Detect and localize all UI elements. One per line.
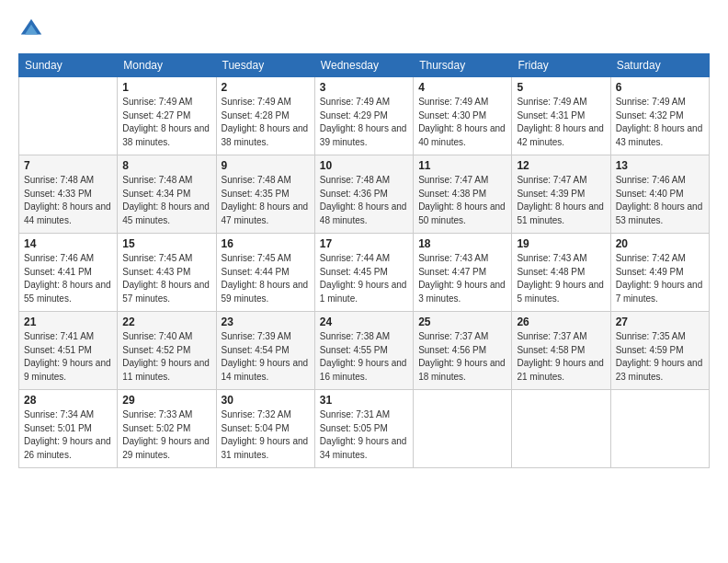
week-row-1: 1Sunrise: 7:49 AMSunset: 4:27 PMDaylight… bbox=[19, 77, 710, 155]
weekday-header-sunday: Sunday bbox=[19, 54, 118, 77]
day-info: Sunrise: 7:35 AMSunset: 4:59 PMDaylight:… bbox=[616, 330, 704, 384]
day-info: Sunrise: 7:43 AMSunset: 4:47 PMDaylight:… bbox=[418, 252, 506, 305]
day-info: Sunrise: 7:49 AMSunset: 4:27 PMDaylight:… bbox=[122, 96, 210, 149]
day-number: 13 bbox=[616, 159, 704, 172]
weekday-header-row: SundayMondayTuesdayWednesdayThursdayFrid… bbox=[19, 54, 710, 77]
day-info: Sunrise: 7:43 AMSunset: 4:48 PMDaylight:… bbox=[517, 252, 605, 305]
day-number: 25 bbox=[418, 316, 506, 328]
day-info: Sunrise: 7:49 AMSunset: 4:31 PMDaylight:… bbox=[517, 96, 605, 149]
day-number: 21 bbox=[24, 316, 112, 328]
day-info: Sunrise: 7:38 AMSunset: 4:55 PMDaylight:… bbox=[320, 330, 408, 384]
day-number: 6 bbox=[616, 81, 704, 94]
day-info: Sunrise: 7:41 AMSunset: 4:51 PMDaylight:… bbox=[24, 330, 112, 384]
day-number: 30 bbox=[222, 394, 310, 407]
day-number: 26 bbox=[517, 316, 605, 328]
day-info: Sunrise: 7:48 AMSunset: 4:33 PMDaylight:… bbox=[24, 174, 112, 227]
logo bbox=[18, 17, 48, 42]
day-number: 1 bbox=[122, 81, 210, 94]
day-number: 14 bbox=[24, 237, 112, 250]
day-cell-14: 14Sunrise: 7:46 AMSunset: 4:41 PMDayligh… bbox=[19, 234, 118, 312]
day-cell-3: 3Sunrise: 7:49 AMSunset: 4:29 PMDaylight… bbox=[314, 77, 413, 155]
day-info: Sunrise: 7:42 AMSunset: 4:49 PMDaylight:… bbox=[616, 252, 704, 305]
day-number: 29 bbox=[122, 394, 210, 407]
day-number: 15 bbox=[122, 237, 210, 250]
day-info: Sunrise: 7:49 AMSunset: 4:29 PMDaylight:… bbox=[320, 96, 408, 149]
day-info: Sunrise: 7:49 AMSunset: 4:30 PMDaylight:… bbox=[418, 96, 506, 149]
day-number: 8 bbox=[122, 159, 210, 172]
day-cell-26: 26Sunrise: 7:37 AMSunset: 4:58 PMDayligh… bbox=[512, 312, 610, 390]
day-number: 11 bbox=[418, 159, 506, 172]
day-number: 20 bbox=[616, 237, 704, 250]
day-cell-18: 18Sunrise: 7:43 AMSunset: 4:47 PMDayligh… bbox=[414, 234, 512, 312]
day-info: Sunrise: 7:46 AMSunset: 4:40 PMDaylight:… bbox=[616, 174, 704, 227]
weekday-header-monday: Monday bbox=[118, 54, 216, 77]
day-info: Sunrise: 7:49 AMSunset: 4:32 PMDaylight:… bbox=[616, 96, 704, 149]
page-container: SundayMondayTuesdayWednesdayThursdayFrid… bbox=[0, 0, 728, 477]
day-number: 3 bbox=[320, 81, 408, 94]
day-info: Sunrise: 7:32 AMSunset: 5:04 PMDaylight:… bbox=[222, 408, 310, 462]
day-number: 27 bbox=[616, 316, 704, 328]
day-number: 9 bbox=[222, 159, 310, 172]
header bbox=[18, 17, 710, 42]
day-cell-empty bbox=[19, 77, 118, 155]
day-number: 12 bbox=[517, 159, 605, 172]
calendar-table: SundayMondayTuesdayWednesdayThursdayFrid… bbox=[18, 53, 710, 468]
day-info: Sunrise: 7:49 AMSunset: 4:28 PMDaylight:… bbox=[222, 96, 310, 149]
day-cell-27: 27Sunrise: 7:35 AMSunset: 4:59 PMDayligh… bbox=[610, 312, 709, 390]
week-row-5: 28Sunrise: 7:34 AMSunset: 5:01 PMDayligh… bbox=[19, 390, 710, 468]
day-number: 19 bbox=[517, 237, 605, 250]
day-info: Sunrise: 7:46 AMSunset: 4:41 PMDaylight:… bbox=[24, 252, 112, 305]
day-info: Sunrise: 7:37 AMSunset: 4:56 PMDaylight:… bbox=[418, 330, 506, 384]
day-info: Sunrise: 7:33 AMSunset: 5:02 PMDaylight:… bbox=[122, 408, 210, 462]
day-cell-empty bbox=[610, 390, 709, 468]
day-cell-empty bbox=[512, 390, 610, 468]
day-info: Sunrise: 7:37 AMSunset: 4:58 PMDaylight:… bbox=[517, 330, 605, 384]
day-cell-29: 29Sunrise: 7:33 AMSunset: 5:02 PMDayligh… bbox=[118, 390, 216, 468]
weekday-header-saturday: Saturday bbox=[610, 54, 709, 77]
day-cell-28: 28Sunrise: 7:34 AMSunset: 5:01 PMDayligh… bbox=[19, 390, 118, 468]
day-cell-31: 31Sunrise: 7:31 AMSunset: 5:05 PMDayligh… bbox=[314, 390, 413, 468]
day-cell-10: 10Sunrise: 7:48 AMSunset: 4:36 PMDayligh… bbox=[314, 155, 413, 234]
day-cell-19: 19Sunrise: 7:43 AMSunset: 4:48 PMDayligh… bbox=[512, 234, 610, 312]
day-number: 28 bbox=[24, 394, 112, 407]
day-cell-5: 5Sunrise: 7:49 AMSunset: 4:31 PMDaylight… bbox=[512, 77, 610, 155]
day-number: 24 bbox=[320, 316, 408, 328]
week-row-4: 21Sunrise: 7:41 AMSunset: 4:51 PMDayligh… bbox=[19, 312, 710, 390]
day-info: Sunrise: 7:31 AMSunset: 5:05 PMDaylight:… bbox=[320, 408, 408, 462]
day-number: 2 bbox=[222, 81, 310, 94]
day-cell-12: 12Sunrise: 7:47 AMSunset: 4:39 PMDayligh… bbox=[512, 155, 610, 234]
day-cell-30: 30Sunrise: 7:32 AMSunset: 5:04 PMDayligh… bbox=[216, 390, 314, 468]
day-cell-8: 8Sunrise: 7:48 AMSunset: 4:34 PMDaylight… bbox=[118, 155, 216, 234]
day-cell-16: 16Sunrise: 7:45 AMSunset: 4:44 PMDayligh… bbox=[216, 234, 314, 312]
day-cell-24: 24Sunrise: 7:38 AMSunset: 4:55 PMDayligh… bbox=[314, 312, 413, 390]
day-info: Sunrise: 7:48 AMSunset: 4:35 PMDaylight:… bbox=[222, 174, 310, 227]
day-number: 17 bbox=[320, 237, 408, 250]
day-cell-17: 17Sunrise: 7:44 AMSunset: 4:45 PMDayligh… bbox=[314, 234, 413, 312]
day-cell-15: 15Sunrise: 7:45 AMSunset: 4:43 PMDayligh… bbox=[118, 234, 216, 312]
day-info: Sunrise: 7:45 AMSunset: 4:44 PMDaylight:… bbox=[222, 252, 310, 305]
day-info: Sunrise: 7:48 AMSunset: 4:34 PMDaylight:… bbox=[122, 174, 210, 227]
day-cell-7: 7Sunrise: 7:48 AMSunset: 4:33 PMDaylight… bbox=[19, 155, 118, 234]
day-info: Sunrise: 7:45 AMSunset: 4:43 PMDaylight:… bbox=[122, 252, 210, 305]
day-cell-21: 21Sunrise: 7:41 AMSunset: 4:51 PMDayligh… bbox=[19, 312, 118, 390]
day-info: Sunrise: 7:44 AMSunset: 4:45 PMDaylight:… bbox=[320, 252, 408, 305]
day-cell-9: 9Sunrise: 7:48 AMSunset: 4:35 PMDaylight… bbox=[216, 155, 314, 234]
day-info: Sunrise: 7:40 AMSunset: 4:52 PMDaylight:… bbox=[122, 330, 210, 384]
day-cell-1: 1Sunrise: 7:49 AMSunset: 4:27 PMDaylight… bbox=[118, 77, 216, 155]
day-cell-2: 2Sunrise: 7:49 AMSunset: 4:28 PMDaylight… bbox=[216, 77, 314, 155]
day-cell-13: 13Sunrise: 7:46 AMSunset: 4:40 PMDayligh… bbox=[610, 155, 709, 234]
week-row-3: 14Sunrise: 7:46 AMSunset: 4:41 PMDayligh… bbox=[19, 234, 710, 312]
day-number: 16 bbox=[222, 237, 310, 250]
day-number: 31 bbox=[320, 394, 408, 407]
logo-icon bbox=[18, 17, 44, 42]
day-cell-11: 11Sunrise: 7:47 AMSunset: 4:38 PMDayligh… bbox=[414, 155, 512, 234]
day-number: 23 bbox=[222, 316, 310, 328]
day-cell-4: 4Sunrise: 7:49 AMSunset: 4:30 PMDaylight… bbox=[414, 77, 512, 155]
day-cell-20: 20Sunrise: 7:42 AMSunset: 4:49 PMDayligh… bbox=[610, 234, 709, 312]
day-cell-6: 6Sunrise: 7:49 AMSunset: 4:32 PMDaylight… bbox=[610, 77, 709, 155]
day-number: 7 bbox=[24, 159, 112, 172]
week-row-2: 7Sunrise: 7:48 AMSunset: 4:33 PMDaylight… bbox=[19, 155, 710, 234]
day-cell-empty bbox=[414, 390, 512, 468]
weekday-header-wednesday: Wednesday bbox=[314, 54, 413, 77]
day-number: 5 bbox=[517, 81, 605, 94]
